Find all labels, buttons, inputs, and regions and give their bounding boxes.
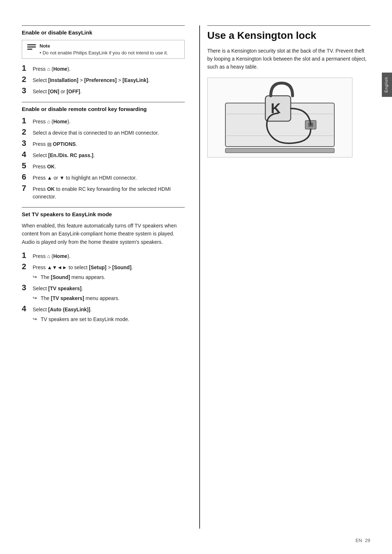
step-number-3-1: 1: [22, 251, 33, 260]
section1-title: Enable or disable EasyLink: [22, 29, 185, 36]
note-box: Note • Do not enable Philips EasyLink if…: [22, 40, 185, 59]
section3-divider: [22, 207, 185, 208]
sub-step-3-2: ↪ The [Sound] menu appears.: [33, 274, 185, 281]
section3-description: When enabled, this feature automatically…: [22, 222, 185, 246]
note-line-3: [27, 49, 32, 50]
note-content: Note • Do not enable Philips EasyLink if…: [40, 43, 168, 56]
note-line-1: [27, 44, 36, 45]
note-label: Note: [40, 43, 168, 49]
sub-step-text-3-2: The [Sound] menu appears.: [41, 274, 105, 281]
step-1-2: 2 Select [Installation] > [Preferences] …: [22, 75, 185, 84]
right-divider: [207, 25, 370, 26]
sub-step-3-3: ↪ The [TV speakers] menu appears.: [33, 295, 185, 302]
step-2-7: 7 Press OK to enable RC key forwarding f…: [22, 184, 185, 201]
step-3-4: 4 Select [Auto (EasyLink)].: [22, 304, 185, 313]
step-3-2: 2 Press ▲▼◄► to select [Setup] > [Sound]…: [22, 262, 185, 271]
step-text-2-1: Press ⌂ (Home).: [33, 116, 70, 126]
step-number-2-7: 7: [22, 184, 33, 193]
step-number-2-1: 1: [22, 116, 33, 125]
step-3-3: 3 Select [TV speakers].: [22, 283, 185, 292]
step-text-3-4: Select [Auto (EasyLink)].: [33, 304, 92, 313]
step-text-2-7: Press OK to enable RC key forwarding for…: [33, 184, 185, 201]
home-icon-3: ⌂: [47, 253, 50, 260]
page-number: 29: [365, 538, 370, 543]
arrow-icon-3-3: ↪: [33, 295, 37, 301]
step-1-3: 3 Select [ON] or [OFF].: [22, 86, 185, 95]
note-symbol: [27, 43, 36, 50]
step-text-2-4: Select [En./Dis. RC pass.].: [33, 150, 95, 159]
kensington-svg: K: [215, 81, 345, 154]
step-number-3-4: 4: [22, 304, 33, 313]
step-2-3: 3 Press ▤ OPTIONS.: [22, 139, 185, 148]
side-tab: English: [382, 73, 392, 97]
step-text-3-1: Press ⌂ (Home).: [33, 251, 70, 260]
home-icon-1: ⌂: [47, 65, 50, 73]
sub-step-text-3-3: The [TV speakers] menu appears.: [41, 295, 119, 302]
kensington-illustration: K: [207, 78, 352, 157]
step-number-2-3: 3: [22, 139, 33, 148]
step-number-1-3: 3: [22, 86, 33, 95]
page-footer: EN 29: [355, 538, 370, 543]
step-text-1-1: Press ⌂ (Home).: [33, 64, 70, 73]
step-text-1-3: Select [ON] or [OFF].: [33, 86, 82, 95]
page-label: EN: [355, 538, 362, 543]
step-number-2-4: 4: [22, 150, 33, 159]
step-number-3-3: 3: [22, 283, 33, 292]
step-text-2-2: Select a device that is connected to an …: [33, 128, 159, 137]
step-2-4: 4 Select [En./Dis. RC pass.].: [22, 150, 185, 159]
arrow-icon-3-4: ↪: [33, 316, 37, 322]
step-text-2-3: Press ▤ OPTIONS.: [33, 139, 77, 148]
step-1-1: 1 Press ⌂ (Home).: [22, 64, 185, 73]
step-number-1-2: 2: [22, 75, 33, 84]
kensington-title: Use a Kensington lock: [207, 29, 370, 42]
step-2-2: 2 Select a device that is connected to a…: [22, 128, 185, 137]
note-bullet-dot: •: [40, 50, 42, 56]
left-column: Enable or disable EasyLink Note • Do not…: [22, 25, 185, 529]
svg-rect-7: [225, 148, 334, 153]
note-line-2: [27, 46, 36, 48]
section3-title: Set TV speakers to EasyLink mode: [22, 211, 185, 217]
step-text-2-6: Press ▲ or ▼ to highlight an HDMI connec…: [33, 173, 137, 182]
options-icon: ▤: [47, 141, 52, 148]
section2-divider: [22, 102, 185, 102]
note-icon: [26, 43, 37, 50]
step-number-1-1: 1: [22, 64, 33, 73]
right-column: Use a Kensington lock There is a Kensing…: [199, 25, 370, 529]
section1-divider: [22, 25, 185, 26]
step-number-2-2: 2: [22, 128, 33, 136]
step-2-1: 1 Press ⌂ (Home).: [22, 116, 185, 126]
step-number-3-2: 2: [22, 262, 33, 271]
sub-step-text-3-4: TV speakers are set to EasyLink mode.: [41, 316, 129, 323]
arrow-icon-3-2: ↪: [33, 274, 37, 280]
step-text-3-3: Select [TV speakers].: [33, 283, 83, 292]
section2-title: Enable or disable remote control key for…: [22, 106, 185, 112]
step-2-6: 6 Press ▲ or ▼ to highlight an HDMI conn…: [22, 173, 185, 182]
side-tab-text: English: [384, 77, 388, 93]
kensington-description: There is a Kensington security slot at t…: [207, 47, 370, 71]
step-text-3-2: Press ▲▼◄► to select [Setup] > [Sound].: [33, 262, 133, 271]
step-text-2-5: Press OK.: [33, 161, 56, 171]
step-number-2-6: 6: [22, 173, 33, 181]
step-text-1-2: Select [Installation] > [Preferences] > …: [33, 75, 150, 84]
step-number-2-5: 5: [22, 161, 33, 170]
step-2-5: 5 Press OK.: [22, 161, 185, 171]
sub-step-3-4: ↪ TV speakers are set to EasyLink mode.: [33, 316, 185, 323]
step-3-1: 1 Press ⌂ (Home).: [22, 251, 185, 260]
note-bullet: • Do not enable Philips EasyLink if you …: [40, 50, 168, 56]
home-icon-2: ⌂: [47, 118, 50, 126]
